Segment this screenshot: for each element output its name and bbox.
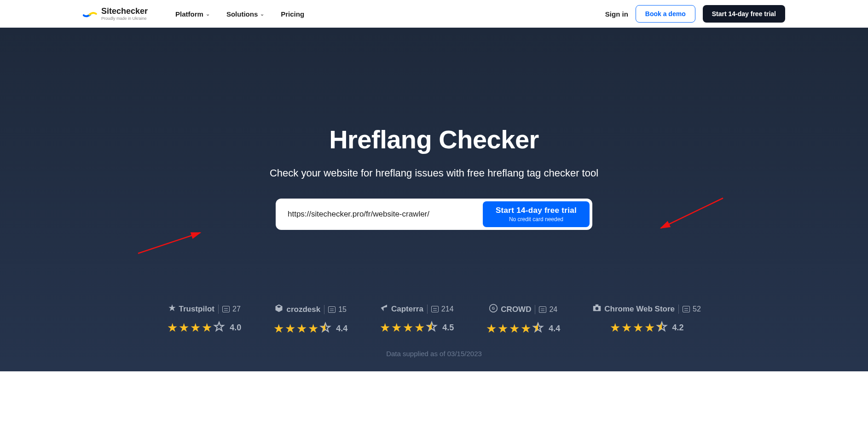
star-full-icon: ★: [621, 321, 632, 335]
star-full-icon: ★: [486, 322, 497, 336]
rating-count: 52: [693, 305, 701, 313]
rating-source-name: Capterra: [391, 305, 423, 314]
rating-source-name: Trustpilot: [179, 305, 214, 314]
header-actions: Sign in Book a demo Start 14-day free tr…: [605, 5, 785, 23]
rating-source-name: CROWD: [501, 305, 531, 314]
star-full-icon: ★: [633, 321, 643, 335]
stars: ★★★★: [486, 322, 544, 336]
stars: ★★★★: [610, 321, 668, 335]
divider: [427, 305, 428, 314]
page-title: Hreflang Checker: [0, 124, 868, 154]
star-outline-icon: [213, 321, 225, 335]
hero-section: Hreflang Checker Check your website for …: [0, 28, 868, 371]
star-full-icon: ★: [403, 321, 413, 335]
annotation-arrow-right: [656, 196, 725, 237]
review-count-icon: [431, 306, 439, 312]
main-nav: Platform ⌄ Solutions ⌄ Pricing: [175, 10, 304, 18]
star-half-icon: [532, 322, 544, 336]
star-full-icon: ★: [308, 322, 318, 336]
rating-header: Capterra214: [380, 304, 454, 314]
divider: [218, 305, 219, 314]
brand-icon: [592, 304, 602, 314]
annotation-arrow-left: [136, 226, 205, 258]
rating-count-wrap: 52: [683, 305, 701, 313]
rating-count-wrap: 27: [222, 305, 241, 313]
review-count-icon: [539, 306, 546, 313]
rating-block[interactable]: GCROWD24★★★★4.4: [486, 304, 560, 336]
nav-platform-label: Platform: [175, 10, 203, 18]
divider: [535, 305, 535, 314]
brand-icon: [168, 304, 176, 314]
chevron-down-icon: ⌄: [260, 11, 264, 17]
nav-solutions[interactable]: Solutions ⌄: [226, 10, 264, 18]
rating-header: crozdesk15: [274, 304, 347, 315]
star-full-icon: ★: [285, 322, 295, 336]
brand-icon: [274, 304, 284, 315]
stars: ★★★★: [167, 321, 225, 335]
rating-block[interactable]: Chrome Web Store52★★★★4.2: [592, 304, 701, 336]
star-full-icon: ★: [644, 321, 655, 335]
star-full-icon: ★: [179, 321, 189, 335]
star-half-icon: [656, 321, 668, 335]
logo-icon: [83, 9, 98, 18]
rating-count-wrap: 15: [328, 305, 347, 314]
star-full-icon: ★: [296, 322, 307, 336]
divider: [324, 305, 324, 314]
divider: [678, 305, 679, 314]
svg-line-0: [138, 233, 200, 253]
star-full-icon: ★: [498, 322, 508, 336]
rating-source: crozdesk: [274, 304, 320, 315]
star-full-icon: ★: [167, 321, 178, 335]
svg-text:G: G: [492, 306, 495, 311]
stars: ★★★★: [380, 321, 438, 335]
logo-text-wrap: Sitechecker Proudly made in Ukraine: [101, 7, 148, 21]
logo[interactable]: Sitechecker Proudly made in Ukraine: [83, 7, 148, 21]
rating-block[interactable]: crozdesk15★★★★4.4: [273, 304, 347, 336]
rating-stars-row: ★★★★4.4: [486, 322, 560, 336]
rating-count: 27: [232, 305, 241, 313]
rating-count-wrap: 214: [431, 305, 454, 313]
cta-title: Start 14-day free trial: [496, 206, 577, 215]
star-full-icon: ★: [521, 322, 531, 336]
rating-count: 214: [441, 305, 454, 313]
star-half-icon: [319, 322, 331, 336]
rating-block[interactable]: Capterra214★★★★4.5: [380, 304, 454, 336]
star-full-icon: ★: [414, 321, 425, 335]
review-count-icon: [222, 306, 230, 312]
nav-pricing-label: Pricing: [281, 10, 304, 18]
rating-source: Chrome Web Store: [592, 304, 675, 314]
book-demo-button[interactable]: Book a demo: [636, 5, 695, 23]
brand-name: Sitechecker: [101, 7, 148, 15]
rating-source-name: Chrome Web Store: [604, 305, 675, 314]
start-trial-button[interactable]: Start 14-day free trial No credit card n…: [483, 201, 590, 227]
url-input[interactable]: [278, 204, 483, 224]
rating-stars-row: ★★★★4.4: [273, 322, 347, 336]
star-full-icon: ★: [610, 321, 620, 335]
rating-score: 4.2: [672, 323, 684, 333]
site-header: Sitechecker Proudly made in Ukraine Plat…: [0, 0, 868, 28]
brand-tagline: Proudly made in Ukraine: [101, 16, 148, 21]
nav-pricing[interactable]: Pricing: [281, 10, 304, 18]
star-full-icon: ★: [509, 322, 520, 336]
rating-source-name: crozdesk: [286, 305, 320, 314]
rating-block[interactable]: Trustpilot27★★★★4.0: [167, 304, 241, 336]
star-full-icon: ★: [391, 321, 402, 335]
review-count-icon: [328, 306, 336, 313]
brand-icon: G: [489, 304, 498, 315]
chevron-down-icon: ⌄: [206, 11, 210, 17]
star-full-icon: ★: [273, 322, 284, 336]
start-trial-header-button[interactable]: Start 14-day free trial: [703, 5, 785, 23]
nav-platform[interactable]: Platform ⌄: [175, 10, 210, 18]
search-wrap: Start 14-day free trial No credit card n…: [0, 199, 868, 230]
rating-source: Trustpilot: [168, 304, 214, 314]
nav-solutions-label: Solutions: [226, 10, 258, 18]
stars: ★★★★: [273, 322, 331, 336]
rating-stars-row: ★★★★4.2: [610, 321, 684, 335]
rating-source: Capterra: [380, 304, 423, 314]
svg-line-1: [661, 198, 723, 228]
rating-header: Chrome Web Store52: [592, 304, 701, 314]
url-search-box: Start 14-day free trial No credit card n…: [276, 199, 592, 230]
rating-score: 4.0: [230, 323, 241, 333]
signin-link[interactable]: Sign in: [605, 10, 628, 18]
svg-rect-8: [596, 305, 599, 306]
